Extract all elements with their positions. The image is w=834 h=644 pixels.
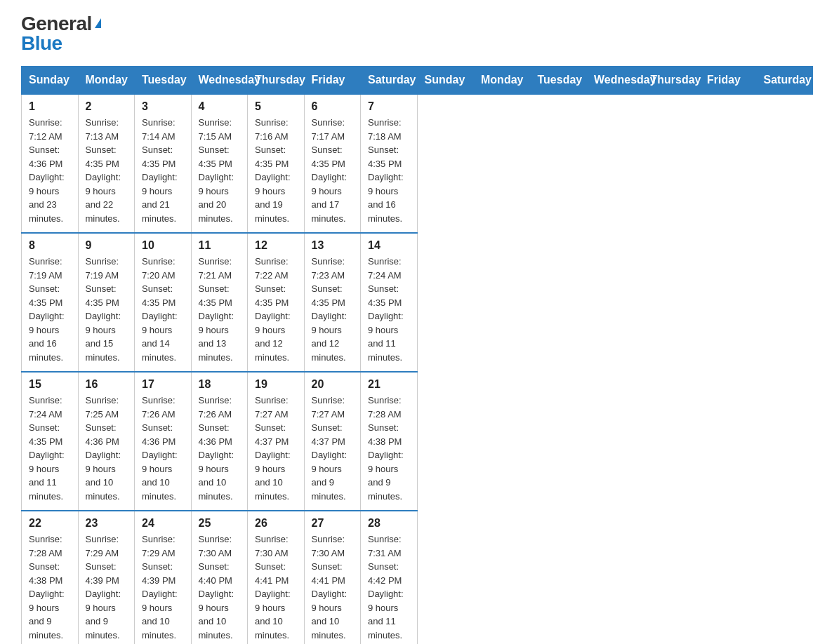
day-info: Sunrise: 7:28 AMSunset: 4:38 PMDaylight:…: [368, 394, 410, 503]
day-cell-27: 27Sunrise: 7:30 AMSunset: 4:41 PMDayligh…: [304, 511, 361, 644]
day-info: Sunrise: 7:26 AMSunset: 4:36 PMDaylight:…: [199, 394, 241, 503]
day-info: Sunrise: 7:13 AMSunset: 4:35 PMDaylight:…: [86, 116, 128, 225]
day-info: Sunrise: 7:31 AMSunset: 4:42 PMDaylight:…: [368, 532, 410, 642]
logo-blue-text: Blue: [21, 34, 62, 53]
day-cell-13: 13Sunrise: 7:23 AMSunset: 4:35 PMDayligh…: [304, 233, 361, 372]
day-info: Sunrise: 7:19 AMSunset: 4:35 PMDaylight:…: [29, 255, 71, 364]
day-cell-6: 6Sunrise: 7:17 AMSunset: 4:35 PMDaylight…: [304, 94, 361, 233]
day-cell-28: 28Sunrise: 7:31 AMSunset: 4:42 PMDayligh…: [361, 511, 418, 644]
week-row-2: 8Sunrise: 7:19 AMSunset: 4:35 PMDaylight…: [22, 233, 813, 372]
day-cell-24: 24Sunrise: 7:29 AMSunset: 4:39 PMDayligh…: [135, 511, 192, 644]
day-info: Sunrise: 7:27 AMSunset: 4:37 PMDaylight:…: [312, 394, 354, 503]
day-number: 2: [86, 100, 128, 113]
day-cell-25: 25Sunrise: 7:30 AMSunset: 4:40 PMDayligh…: [191, 511, 248, 644]
day-number: 26: [255, 517, 297, 530]
day-cell-4: 4Sunrise: 7:15 AMSunset: 4:35 PMDaylight…: [191, 94, 248, 233]
day-cell-9: 9Sunrise: 7:19 AMSunset: 4:35 PMDaylight…: [78, 233, 135, 372]
day-cell-22: 22Sunrise: 7:28 AMSunset: 4:38 PMDayligh…: [22, 511, 79, 644]
day-number: 27: [312, 517, 354, 530]
day-cell-2: 2Sunrise: 7:13 AMSunset: 4:35 PMDaylight…: [78, 94, 135, 233]
day-number: 19: [255, 378, 297, 391]
header-sunday: Sunday: [417, 67, 474, 95]
week-row-4: 22Sunrise: 7:28 AMSunset: 4:38 PMDayligh…: [22, 511, 813, 644]
day-cell-16: 16Sunrise: 7:25 AMSunset: 4:36 PMDayligh…: [78, 372, 135, 511]
day-cell-14: 14Sunrise: 7:24 AMSunset: 4:35 PMDayligh…: [361, 233, 418, 372]
day-info: Sunrise: 7:30 AMSunset: 4:41 PMDaylight:…: [255, 532, 297, 642]
day-number: 25: [199, 517, 241, 530]
header-sunday: Sunday: [22, 67, 79, 95]
day-info: Sunrise: 7:24 AMSunset: 4:35 PMDaylight:…: [368, 255, 410, 364]
day-info: Sunrise: 7:30 AMSunset: 4:40 PMDaylight:…: [199, 532, 241, 642]
day-info: Sunrise: 7:21 AMSunset: 4:35 PMDaylight:…: [199, 255, 241, 364]
day-info: Sunrise: 7:24 AMSunset: 4:35 PMDaylight:…: [29, 394, 71, 503]
week-row-3: 15Sunrise: 7:24 AMSunset: 4:35 PMDayligh…: [22, 372, 813, 511]
day-info: Sunrise: 7:29 AMSunset: 4:39 PMDaylight:…: [142, 532, 184, 642]
day-cell-21: 21Sunrise: 7:28 AMSunset: 4:38 PMDayligh…: [361, 372, 418, 511]
header-wednesday: Wednesday: [191, 67, 248, 95]
day-info: Sunrise: 7:15 AMSunset: 4:35 PMDaylight:…: [199, 116, 241, 225]
day-number: 14: [368, 239, 410, 252]
day-cell-5: 5Sunrise: 7:16 AMSunset: 4:35 PMDaylight…: [248, 94, 305, 233]
day-cell-12: 12Sunrise: 7:22 AMSunset: 4:35 PMDayligh…: [248, 233, 305, 372]
header-saturday: Saturday: [361, 67, 418, 95]
day-number: 28: [368, 517, 410, 530]
day-info: Sunrise: 7:22 AMSunset: 4:35 PMDaylight:…: [255, 255, 297, 364]
day-info: Sunrise: 7:25 AMSunset: 4:36 PMDaylight:…: [86, 394, 128, 503]
day-number: 7: [368, 100, 410, 113]
day-cell-1: 1Sunrise: 7:12 AMSunset: 4:36 PMDaylight…: [22, 94, 79, 233]
day-number: 24: [142, 517, 184, 530]
header-wednesday: Wednesday: [587, 67, 644, 95]
calendar-header-row: SundayMondayTuesdayWednesdayThursdayFrid…: [22, 67, 813, 95]
day-number: 22: [29, 517, 71, 530]
day-info: Sunrise: 7:20 AMSunset: 4:35 PMDaylight:…: [142, 255, 184, 364]
day-info: Sunrise: 7:16 AMSunset: 4:35 PMDaylight:…: [255, 116, 297, 225]
day-cell-3: 3Sunrise: 7:14 AMSunset: 4:35 PMDaylight…: [135, 94, 192, 233]
day-number: 21: [368, 378, 410, 391]
day-info: Sunrise: 7:19 AMSunset: 4:35 PMDaylight:…: [86, 255, 128, 364]
day-number: 16: [86, 378, 128, 391]
day-cell-26: 26Sunrise: 7:30 AMSunset: 4:41 PMDayligh…: [248, 511, 305, 644]
day-info: Sunrise: 7:28 AMSunset: 4:38 PMDaylight:…: [29, 532, 71, 642]
day-number: 12: [255, 239, 297, 252]
day-number: 8: [29, 239, 71, 252]
header-friday: Friday: [304, 67, 361, 95]
header-friday: Friday: [700, 67, 757, 95]
day-number: 18: [199, 378, 241, 391]
page-header: General Blue: [21, 14, 813, 53]
day-info: Sunrise: 7:27 AMSunset: 4:37 PMDaylight:…: [255, 394, 297, 503]
day-info: Sunrise: 7:30 AMSunset: 4:41 PMDaylight:…: [312, 532, 354, 642]
header-thursday: Thursday: [248, 67, 305, 95]
day-number: 10: [142, 239, 184, 252]
day-info: Sunrise: 7:12 AMSunset: 4:36 PMDaylight:…: [29, 116, 71, 225]
day-info: Sunrise: 7:14 AMSunset: 4:35 PMDaylight:…: [142, 116, 184, 225]
day-cell-19: 19Sunrise: 7:27 AMSunset: 4:37 PMDayligh…: [248, 372, 305, 511]
day-number: 15: [29, 378, 71, 391]
day-number: 17: [142, 378, 184, 391]
header-tuesday: Tuesday: [530, 67, 587, 95]
day-number: 11: [199, 239, 241, 252]
header-monday: Monday: [78, 67, 135, 95]
day-info: Sunrise: 7:26 AMSunset: 4:36 PMDaylight:…: [142, 394, 184, 503]
day-cell-18: 18Sunrise: 7:26 AMSunset: 4:36 PMDayligh…: [191, 372, 248, 511]
day-cell-23: 23Sunrise: 7:29 AMSunset: 4:39 PMDayligh…: [78, 511, 135, 644]
day-number: 9: [86, 239, 128, 252]
day-cell-10: 10Sunrise: 7:20 AMSunset: 4:35 PMDayligh…: [135, 233, 192, 372]
day-cell-17: 17Sunrise: 7:26 AMSunset: 4:36 PMDayligh…: [135, 372, 192, 511]
day-info: Sunrise: 7:17 AMSunset: 4:35 PMDaylight:…: [312, 116, 354, 225]
day-number: 6: [312, 100, 354, 113]
day-number: 20: [312, 378, 354, 391]
day-number: 1: [29, 100, 71, 113]
day-number: 5: [255, 100, 297, 113]
day-cell-11: 11Sunrise: 7:21 AMSunset: 4:35 PMDayligh…: [191, 233, 248, 372]
header-saturday: Saturday: [756, 67, 813, 95]
header-thursday: Thursday: [643, 67, 700, 95]
day-cell-7: 7Sunrise: 7:18 AMSunset: 4:35 PMDaylight…: [361, 94, 418, 233]
header-monday: Monday: [474, 67, 531, 95]
week-row-1: 1Sunrise: 7:12 AMSunset: 4:36 PMDaylight…: [22, 94, 813, 233]
header-tuesday: Tuesday: [135, 67, 192, 95]
day-info: Sunrise: 7:29 AMSunset: 4:39 PMDaylight:…: [86, 532, 128, 642]
day-info: Sunrise: 7:18 AMSunset: 4:35 PMDaylight:…: [368, 116, 410, 225]
day-cell-8: 8Sunrise: 7:19 AMSunset: 4:35 PMDaylight…: [22, 233, 79, 372]
day-info: Sunrise: 7:23 AMSunset: 4:35 PMDaylight:…: [312, 255, 354, 364]
day-number: 13: [312, 239, 354, 252]
